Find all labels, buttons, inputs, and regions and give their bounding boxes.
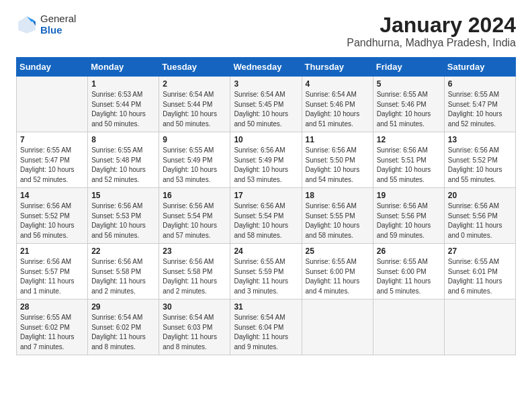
day-number: 6 <box>448 79 512 89</box>
day-info: Sunrise: 6:55 AM Sunset: 5:46 PM Dayligh… <box>377 90 441 129</box>
day-number: 26 <box>377 246 441 256</box>
day-info: Sunrise: 6:53 AM Sunset: 5:44 PM Dayligh… <box>91 90 155 129</box>
day-info: Sunrise: 6:54 AM Sunset: 6:04 PM Dayligh… <box>234 313 298 352</box>
day-number: 19 <box>377 191 441 200</box>
day-info: Sunrise: 6:56 AM Sunset: 5:55 PM Dayligh… <box>306 201 369 240</box>
logo-icon <box>16 14 38 36</box>
day-number: 17 <box>234 191 298 200</box>
day-number: 9 <box>163 135 226 144</box>
table-cell: 8Sunrise: 6:55 AM Sunset: 5:48 PM Daylig… <box>88 132 159 188</box>
day-info: Sunrise: 6:56 AM Sunset: 5:54 PM Dayligh… <box>234 201 298 240</box>
table-cell: 29Sunrise: 6:54 AM Sunset: 6:02 PM Dayli… <box>88 300 159 355</box>
day-info: Sunrise: 6:56 AM Sunset: 5:52 PM Dayligh… <box>448 146 512 185</box>
table-cell: 27Sunrise: 6:55 AM Sunset: 6:01 PM Dayli… <box>444 244 515 300</box>
day-number: 27 <box>448 246 512 256</box>
table-cell: 28Sunrise: 6:55 AM Sunset: 6:02 PM Dayli… <box>17 300 88 355</box>
table-cell: 13Sunrise: 6:56 AM Sunset: 5:52 PM Dayli… <box>444 132 515 188</box>
day-number: 21 <box>20 246 84 256</box>
day-info: Sunrise: 6:56 AM Sunset: 5:52 PM Dayligh… <box>20 201 84 240</box>
day-info: Sunrise: 6:55 AM Sunset: 5:49 PM Dayligh… <box>163 146 226 185</box>
table-cell: 6Sunrise: 6:55 AM Sunset: 5:47 PM Daylig… <box>444 77 515 132</box>
table-cell: 14Sunrise: 6:56 AM Sunset: 5:52 PM Dayli… <box>17 188 88 244</box>
table-cell: 31Sunrise: 6:54 AM Sunset: 6:04 PM Dayli… <box>230 300 302 355</box>
table-cell: 26Sunrise: 6:55 AM Sunset: 6:00 PM Dayli… <box>373 244 444 300</box>
day-info: Sunrise: 6:54 AM Sunset: 6:03 PM Dayligh… <box>163 313 226 352</box>
col-thursday: Thursday <box>302 58 373 77</box>
day-number: 5 <box>377 79 441 89</box>
day-number: 10 <box>234 135 298 144</box>
table-cell: 11Sunrise: 6:56 AM Sunset: 5:50 PM Dayli… <box>302 132 373 188</box>
day-number: 16 <box>163 191 226 200</box>
day-info: Sunrise: 6:54 AM Sunset: 5:45 PM Dayligh… <box>234 90 298 129</box>
table-cell: 10Sunrise: 6:56 AM Sunset: 5:49 PM Dayli… <box>230 132 302 188</box>
day-number: 13 <box>448 135 512 144</box>
table-cell: 23Sunrise: 6:56 AM Sunset: 5:58 PM Dayli… <box>159 244 230 300</box>
location-title: Pandhurna, Madhya Pradesh, India <box>347 37 516 49</box>
table-cell: 17Sunrise: 6:56 AM Sunset: 5:54 PM Dayli… <box>230 188 302 244</box>
table-cell: 3Sunrise: 6:54 AM Sunset: 5:45 PM Daylig… <box>230 77 302 132</box>
day-number: 11 <box>306 135 369 144</box>
table-cell: 22Sunrise: 6:56 AM Sunset: 5:58 PM Dayli… <box>88 244 159 300</box>
table-cell: 24Sunrise: 6:55 AM Sunset: 5:59 PM Dayli… <box>230 244 302 300</box>
table-cell: 21Sunrise: 6:56 AM Sunset: 5:57 PM Dayli… <box>17 244 88 300</box>
day-number: 22 <box>91 246 155 256</box>
col-sunday: Sunday <box>17 58 88 77</box>
day-number: 28 <box>20 302 84 312</box>
table-cell: 15Sunrise: 6:56 AM Sunset: 5:53 PM Dayli… <box>88 188 159 244</box>
week-row-5: 28Sunrise: 6:55 AM Sunset: 6:02 PM Dayli… <box>17 300 516 355</box>
day-info: Sunrise: 6:56 AM Sunset: 5:56 PM Dayligh… <box>448 201 512 240</box>
month-title: January 2024 <box>347 13 516 37</box>
table-cell: 16Sunrise: 6:56 AM Sunset: 5:54 PM Dayli… <box>159 188 230 244</box>
day-number: 4 <box>306 79 369 89</box>
day-info: Sunrise: 6:55 AM Sunset: 5:47 PM Dayligh… <box>20 146 84 185</box>
week-row-3: 14Sunrise: 6:56 AM Sunset: 5:52 PM Dayli… <box>17 188 516 244</box>
day-number: 15 <box>91 191 155 200</box>
table-cell: 12Sunrise: 6:56 AM Sunset: 5:51 PM Dayli… <box>373 132 444 188</box>
day-number: 18 <box>306 191 369 200</box>
day-info: Sunrise: 6:56 AM Sunset: 5:49 PM Dayligh… <box>234 146 298 185</box>
day-number: 25 <box>306 246 369 256</box>
col-tuesday: Tuesday <box>159 58 230 77</box>
day-info: Sunrise: 6:55 AM Sunset: 6:02 PM Dayligh… <box>20 313 84 352</box>
table-cell: 25Sunrise: 6:55 AM Sunset: 6:00 PM Dayli… <box>302 244 373 300</box>
table-cell: 19Sunrise: 6:56 AM Sunset: 5:56 PM Dayli… <box>373 188 444 244</box>
table-cell <box>444 300 515 355</box>
table-cell: 30Sunrise: 6:54 AM Sunset: 6:03 PM Dayli… <box>159 300 230 355</box>
day-info: Sunrise: 6:56 AM Sunset: 5:57 PM Dayligh… <box>20 257 84 296</box>
day-number: 12 <box>377 135 441 144</box>
logo-general-label: General <box>40 13 76 25</box>
calendar-table: Sunday Monday Tuesday Wednesday Thursday… <box>16 57 516 355</box>
page: General Blue January 2024 Pandhurna, Mad… <box>0 0 532 366</box>
table-cell <box>17 77 88 132</box>
table-cell <box>302 300 373 355</box>
day-info: Sunrise: 6:54 AM Sunset: 5:46 PM Dayligh… <box>306 90 369 129</box>
day-number: 20 <box>448 191 512 200</box>
day-number: 3 <box>234 79 298 89</box>
table-cell: 7Sunrise: 6:55 AM Sunset: 5:47 PM Daylig… <box>17 132 88 188</box>
table-cell: 5Sunrise: 6:55 AM Sunset: 5:46 PM Daylig… <box>373 77 444 132</box>
day-info: Sunrise: 6:55 AM Sunset: 5:48 PM Dayligh… <box>91 146 155 185</box>
day-info: Sunrise: 6:56 AM Sunset: 5:56 PM Dayligh… <box>377 201 441 240</box>
day-number: 30 <box>163 302 226 312</box>
header-area: General Blue January 2024 Pandhurna, Mad… <box>16 13 516 49</box>
day-info: Sunrise: 6:56 AM Sunset: 5:50 PM Dayligh… <box>306 146 369 185</box>
day-info: Sunrise: 6:55 AM Sunset: 5:47 PM Dayligh… <box>448 90 512 129</box>
logo-blue-label: Blue <box>40 25 76 36</box>
logo-text: General Blue <box>40 13 76 36</box>
day-info: Sunrise: 6:56 AM Sunset: 5:51 PM Dayligh… <box>377 146 441 185</box>
col-monday: Monday <box>88 58 159 77</box>
title-area: January 2024 Pandhurna, Madhya Pradesh, … <box>347 13 516 49</box>
table-cell: 20Sunrise: 6:56 AM Sunset: 5:56 PM Dayli… <box>444 188 515 244</box>
day-info: Sunrise: 6:55 AM Sunset: 6:00 PM Dayligh… <box>306 257 369 296</box>
table-cell: 9Sunrise: 6:55 AM Sunset: 5:49 PM Daylig… <box>159 132 230 188</box>
table-cell: 4Sunrise: 6:54 AM Sunset: 5:46 PM Daylig… <box>302 77 373 132</box>
day-number: 29 <box>91 302 155 312</box>
table-cell: 1Sunrise: 6:53 AM Sunset: 5:44 PM Daylig… <box>88 77 159 132</box>
day-number: 2 <box>163 79 226 89</box>
day-info: Sunrise: 6:56 AM Sunset: 5:58 PM Dayligh… <box>163 257 226 296</box>
table-cell: 18Sunrise: 6:56 AM Sunset: 5:55 PM Dayli… <box>302 188 373 244</box>
day-info: Sunrise: 6:56 AM Sunset: 5:53 PM Dayligh… <box>91 201 155 240</box>
week-row-1: 1Sunrise: 6:53 AM Sunset: 5:44 PM Daylig… <box>17 77 516 132</box>
day-info: Sunrise: 6:55 AM Sunset: 6:01 PM Dayligh… <box>448 257 512 296</box>
day-number: 31 <box>234 302 298 312</box>
